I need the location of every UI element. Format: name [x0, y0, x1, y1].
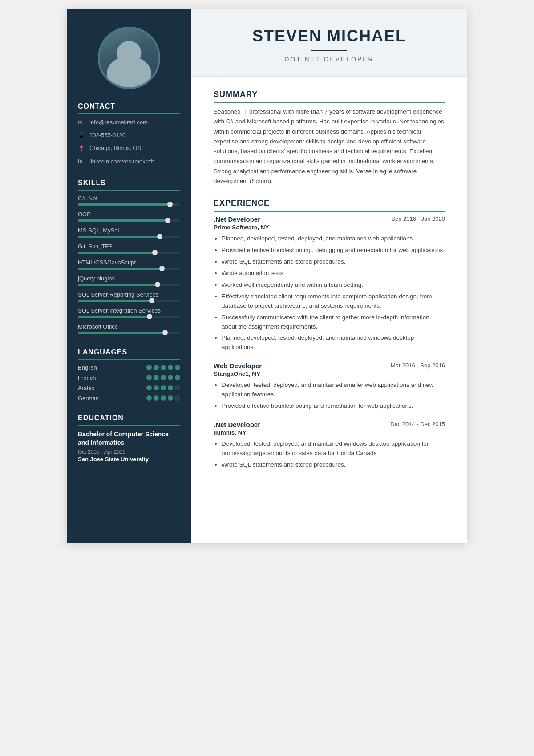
exp-date: Mar 2016 - Sep 2016: [391, 362, 445, 369]
avatar-section: [67, 9, 191, 102]
skill-bar-bg: [78, 316, 180, 318]
lang-dot: [168, 395, 173, 401]
skill-bar-fill: [78, 203, 170, 206]
main-body: SUMMARY Seasoned IT professional with mo…: [191, 77, 467, 496]
phone-icon: 📱: [78, 132, 85, 140]
skill-bar-bg: [78, 332, 180, 334]
lang-dot: [154, 375, 159, 380]
exp-job-title: Web Developer: [214, 362, 262, 370]
skill-bar-bg: [78, 203, 180, 206]
lang-dot: [146, 395, 152, 401]
education-title: EDUCATION: [78, 414, 180, 426]
exp-company: Prime Software, NY: [214, 224, 445, 231]
skill-item: jQuery plugins: [78, 275, 180, 286]
experience-item: .Net Developer Dec 2014 - Dec 2015 Ilumn…: [214, 421, 445, 470]
lang-dot: [146, 365, 152, 370]
lang-dot: [161, 395, 166, 401]
contact-linkedin: in linkedin.com/resumekraft: [78, 158, 180, 166]
email-icon: ✉: [78, 119, 85, 127]
skill-bar-dot: [162, 330, 168, 335]
exp-bullet: Wrote automation tests: [222, 269, 445, 278]
exp-job-title: .Net Developer: [214, 421, 260, 428]
skill-bar-dot: [167, 202, 173, 207]
skill-bar-bg: [78, 236, 180, 238]
lang-dot: [161, 365, 166, 370]
person-title: DOT NET DEVELOPER: [214, 56, 445, 63]
education-item: Bachelor of Computer Science and Informa…: [78, 430, 180, 463]
person-name: STEVEN MICHAEL: [214, 27, 445, 45]
contact-email: ✉ info@resumekraft.com: [78, 118, 180, 127]
lang-dot: [154, 395, 159, 401]
exp-job-title: .Net Developer: [214, 215, 260, 223]
experience-title: EXPERIENCE: [214, 199, 445, 212]
skill-bar-bg: [78, 300, 180, 302]
exp-bullet: Developed, tested, deployed, and maintai…: [222, 381, 445, 399]
avatar: [98, 27, 160, 89]
exp-header: Web Developer Mar 2016 - Sep 2016: [214, 362, 445, 370]
edu-school: San Jose State University: [78, 456, 180, 463]
exp-bullets: Planned, developed, tested, deployed, an…: [214, 234, 445, 352]
lang-dot: [146, 385, 152, 390]
skill-name: OOP: [78, 211, 180, 218]
exp-date: Sep 2016 - Jan 2020: [391, 215, 445, 222]
skill-bar-bg: [78, 219, 180, 222]
lang-dot: [168, 375, 173, 380]
exp-bullet: Planned, developed, tested, deployed, an…: [222, 333, 445, 352]
linkedin-icon: in: [78, 158, 85, 166]
exp-bullet: Wrote SQL statements and stored procedur…: [222, 460, 445, 470]
skills-title: SKILLS: [78, 179, 180, 191]
lang-name: Arabic: [78, 385, 109, 391]
experience-section: EXPERIENCE .Net Developer Sep 2016 - Jan…: [214, 199, 445, 470]
skill-bar-fill: [78, 268, 162, 270]
lang-dot: [146, 375, 152, 380]
experience-list: .Net Developer Sep 2016 - Jan 2020 Prime…: [214, 215, 445, 470]
experience-item: Web Developer Mar 2016 - Sep 2016 Stanga…: [214, 362, 445, 411]
skill-item: SQL Server Reporting Services: [78, 291, 180, 302]
lang-dots: [146, 395, 180, 401]
exp-bullets: Developed, tested, deployed, and maintai…: [214, 381, 445, 411]
contact-location: 📍 Chicago, Illinois, US: [78, 144, 180, 153]
skill-bar-fill: [78, 236, 160, 238]
skill-name: Git, Svn, TFS: [78, 243, 180, 250]
skill-bar-dot: [149, 298, 154, 303]
skill-bar-dot: [165, 218, 170, 223]
resume-container: CONTACT ✉ info@resumekraft.com 📱 202-555…: [67, 9, 467, 543]
language-item: German: [78, 395, 180, 402]
skills-list: C# .Net OOP MS SQL, MySql Git, Svn, TFS: [78, 195, 180, 334]
header-divider: [312, 50, 347, 51]
skill-bar-fill: [78, 316, 150, 318]
lang-name: French: [78, 374, 109, 381]
skill-bar-fill: [78, 300, 152, 302]
lang-dot: [161, 385, 166, 390]
edu-degree: Bachelor of Computer Science and Informa…: [78, 430, 180, 447]
exp-company: Ilumnis, NY: [214, 429, 445, 436]
skill-item: C# .Net: [78, 195, 180, 206]
skill-name: jQuery plugins: [78, 275, 180, 282]
skill-name: MS SQL, MySql: [78, 227, 180, 234]
summary-title: SUMMARY: [214, 90, 445, 103]
skill-item: Git, Svn, TFS: [78, 243, 180, 254]
lang-dot: [175, 395, 180, 401]
skill-bar-bg: [78, 268, 180, 270]
main-header: STEVEN MICHAEL DOT NET DEVELOPER: [191, 9, 467, 77]
exp-bullet: Planned, developed, tested, deployed, an…: [222, 234, 445, 244]
lang-dot: [161, 375, 166, 380]
skill-item: OOP: [78, 211, 180, 222]
lang-dot: [154, 365, 159, 370]
skill-bar-dot: [159, 266, 165, 271]
location-icon: 📍: [78, 145, 85, 153]
lang-dots: [146, 385, 180, 390]
skill-bar-fill: [78, 332, 165, 334]
lang-dot: [175, 365, 180, 370]
lang-dots: [146, 365, 180, 370]
exp-bullets: Developed, tested, deployed, and maintai…: [214, 439, 445, 470]
skill-bar-bg: [78, 252, 180, 254]
language-item: English: [78, 364, 180, 371]
lang-dot: [154, 385, 159, 390]
languages-section: LANGUAGES EnglishFrenchArabicGerman: [67, 348, 191, 414]
lang-dot: [168, 385, 173, 390]
sidebar: CONTACT ✉ info@resumekraft.com 📱 202-555…: [67, 9, 191, 543]
skill-name: C# .Net: [78, 195, 180, 202]
lang-name: English: [78, 364, 109, 371]
experience-item: .Net Developer Sep 2016 - Jan 2020 Prime…: [214, 215, 445, 352]
